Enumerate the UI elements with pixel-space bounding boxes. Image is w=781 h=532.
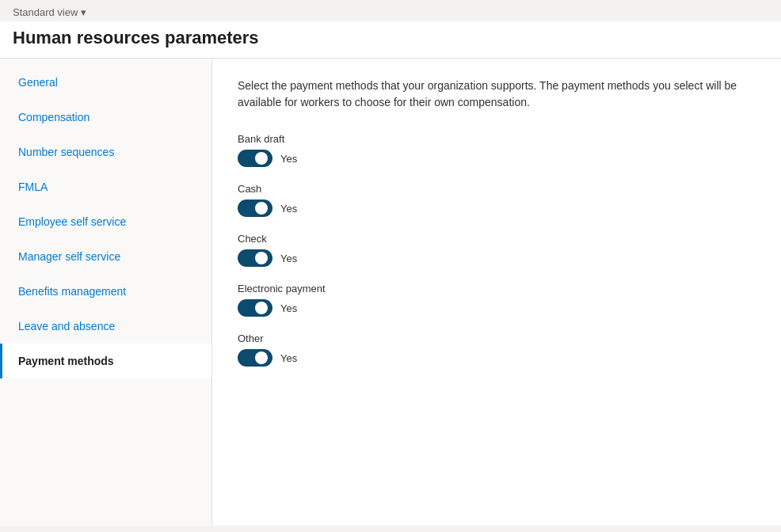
toggle-3[interactable] <box>238 299 272 317</box>
payment-methods-container: Bank draftYesCashYesCheckYesElectronic p… <box>238 133 756 367</box>
payment-method-label-1: Cash <box>238 183 756 195</box>
toggle-row-4: Yes <box>238 349 756 367</box>
payment-method-row-2: CheckYes <box>238 233 756 267</box>
toggle-thumb-4 <box>255 352 268 364</box>
payment-method-label-3: Electronic payment <box>238 283 756 294</box>
toggle-thumb-0 <box>255 152 268 165</box>
main-content: Select the payment methods that your org… <box>212 59 781 526</box>
toggle-1[interactable] <box>238 200 272 217</box>
description-text: Select the payment methods that your org… <box>238 78 756 111</box>
sidebar-item-leave-and-absence[interactable]: Leave and absence <box>0 309 211 344</box>
sidebar-item-payment-methods[interactable]: Payment methods <box>0 344 211 378</box>
sidebar-item-number-sequences[interactable]: Number sequences <box>0 135 211 169</box>
toggle-value-4: Yes <box>280 352 297 364</box>
toggle-row-3: Yes <box>238 299 756 317</box>
standard-view-label[interactable]: Standard view <box>13 6 78 18</box>
sidebar-item-compensation[interactable]: Compensation <box>0 100 211 135</box>
payment-method-row-1: CashYes <box>238 183 756 217</box>
sidebar-item-employee-self-service[interactable]: Employee self service <box>0 204 211 239</box>
toggle-thumb-2 <box>255 252 268 264</box>
toggle-track-3 <box>238 299 272 317</box>
payment-method-label-4: Other <box>238 332 756 344</box>
chevron-down-icon[interactable]: ▾ <box>81 6 86 18</box>
toggle-track-1 <box>238 200 272 217</box>
toggle-thumb-1 <box>255 202 268 215</box>
toggle-track-4 <box>238 349 272 367</box>
payment-method-label-2: Check <box>238 233 756 245</box>
sidebar-item-fmla[interactable]: FMLA <box>0 169 211 204</box>
page-title: Human resources parameters <box>13 28 768 48</box>
toggle-value-0: Yes <box>280 153 297 165</box>
toggle-4[interactable] <box>238 349 272 367</box>
sidebar: GeneralCompensationNumber sequencesFMLAE… <box>0 59 212 526</box>
sidebar-item-benefits-management[interactable]: Benefits management <box>0 274 211 309</box>
payment-method-row-3: Electronic paymentYes <box>238 283 756 317</box>
sidebar-item-manager-self-service[interactable]: Manager self service <box>0 239 211 274</box>
content-area: GeneralCompensationNumber sequencesFMLAE… <box>0 59 781 526</box>
toggle-value-1: Yes <box>280 203 297 215</box>
toggle-track-0 <box>238 150 272 167</box>
toggle-0[interactable] <box>238 150 272 167</box>
payment-method-label-0: Bank draft <box>238 133 756 145</box>
page-header: Human resources parameters <box>0 21 781 59</box>
toggle-track-2 <box>238 249 272 267</box>
toggle-row-2: Yes <box>238 249 756 267</box>
top-bar: Standard view ▾ <box>0 0 781 21</box>
toggle-2[interactable] <box>238 249 272 267</box>
toggle-thumb-3 <box>255 302 268 314</box>
payment-method-row-0: Bank draftYes <box>238 133 756 167</box>
sidebar-item-general[interactable]: General <box>0 65 211 100</box>
toggle-row-0: Yes <box>238 150 756 167</box>
toggle-value-2: Yes <box>280 253 297 264</box>
toggle-value-3: Yes <box>280 302 297 314</box>
toggle-row-1: Yes <box>238 200 756 217</box>
payment-method-row-4: OtherYes <box>238 332 756 367</box>
